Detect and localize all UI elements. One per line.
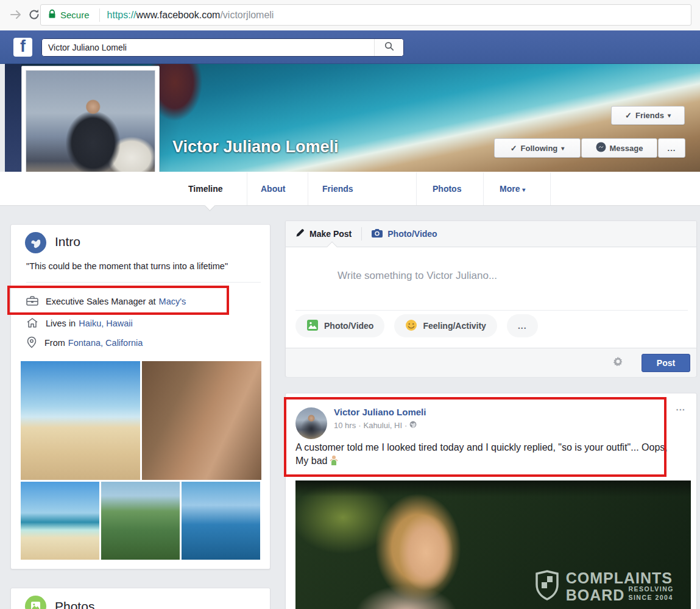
shrug-emoji-icon [329,455,339,470]
photos-section-title: Photos [55,599,94,609]
lock-icon [48,9,56,21]
lives-link[interactable]: Haiku, Hawaii [79,319,133,328]
photo-video-button[interactable]: Photo/Video [295,314,384,337]
tab-friends[interactable]: Friends [322,184,353,194]
messenger-icon [596,142,606,154]
composer-footer: Post [286,348,696,377]
sidebar-photo-shore[interactable] [21,482,99,560]
watermark: COMPLAINTS BOARD RESOLVING SINCE 2004 [534,570,674,603]
watermark-line2: BOARD [566,588,625,602]
tab-divider [247,172,247,205]
feeling-activity-label: Feeling/Activity [423,321,486,331]
post-time[interactable]: 10 hrs [334,421,356,430]
check-icon: ✓ [625,111,632,120]
tab-photo-video[interactable]: Photo/Video [362,228,447,239]
lives-text: Lives in [46,319,76,328]
url-path: /victorjlomeli [220,10,274,21]
watermark-sub1: RESOLVING [628,585,674,594]
photo-icon [306,319,319,333]
facebook-header: f Home [0,30,700,64]
divider [26,282,261,283]
url-divider [99,9,100,22]
following-button-label: Following [521,144,558,153]
post: Victor Juliano Lomeli 10 hrs · Kahului, … [285,393,697,609]
watermark-line1: COMPLAINTS [566,571,674,585]
intro-quote: "This could be the moment that turns int… [26,261,261,271]
privacy-globe-icon [409,421,417,430]
message-button[interactable]: Message [581,138,657,158]
briefcase-icon [26,295,38,308]
forward-arrow-icon[interactable] [7,6,24,23]
search-bar [41,38,404,57]
post-author-link[interactable]: Victor Juliano Lomeli [334,407,426,417]
photos-card: Photos [10,588,270,609]
tab-divider [308,172,308,205]
smiley-icon [405,319,417,333]
check-icon: ✓ [511,144,517,153]
composer-tabs: Make Post Photo/Video [286,221,696,247]
sidebar-photo-valley[interactable] [101,482,180,560]
tab-divider [550,172,551,205]
sidebar-photo-ocean[interactable] [182,482,260,560]
work-link[interactable]: Macy's [159,297,186,306]
chevron-down-icon: ▾ [668,112,671,119]
intro-card: Intro "This could be the moment that tur… [10,224,270,569]
intro-title: Intro [55,234,80,249]
friends-button-label: Friends [635,111,664,120]
chevron-down-icon: ▾ [561,145,564,152]
address-bar[interactable]: Secure https://www.facebook.com/victorjl… [40,4,691,26]
intro-lives-row: Lives in Haiku, Hawaii [26,316,264,331]
search-button[interactable] [374,39,403,56]
browser-toolbar: Secure https://www.facebook.com/victorjl… [0,0,700,30]
intro-from-row: From Fontana, California [26,336,264,350]
cover-photo-edge [5,64,21,172]
photo-video-tab-label: Photo/Video [387,229,437,239]
watermark-sub2: SINCE 2004 [628,594,674,602]
following-button[interactable]: ✓ Following ▾ [494,138,581,158]
url-scheme: https:// [107,10,136,21]
shield-icon [534,570,560,603]
home-icon [26,317,38,330]
search-input[interactable] [42,39,374,56]
photos-icon [25,596,46,609]
search-icon [384,41,394,54]
tab-photos[interactable]: Photos [433,184,461,194]
make-post-label: Make Post [309,229,352,239]
globe-icon [25,232,46,253]
from-text: From [44,338,65,348]
tab-divider [483,172,484,205]
friends-button[interactable]: ✓ Friends ▾ [611,106,685,125]
tab-make-post[interactable]: Make Post [286,228,361,239]
sidebar-photo-selfie[interactable] [142,361,261,480]
post-options-button[interactable]: ... [676,402,685,412]
gear-icon[interactable] [613,356,623,369]
post-image[interactable]: COMPLAINTS BOARD RESOLVING SINCE 2004 [295,481,691,609]
composer-more-button[interactable]: ... [507,314,538,337]
intro-work-row: Executive Sales Manager at Macy's [26,294,264,309]
camera-icon [372,228,383,239]
chevron-down-icon: ▾ [522,186,525,193]
tab-timeline[interactable]: Timeline [188,184,223,194]
meta-separator: · [405,421,407,430]
tab-about[interactable]: About [261,184,285,194]
post-author-avatar[interactable] [295,407,327,439]
post-meta: 10 hrs · Kahului, HI · [334,421,417,430]
divider [295,310,688,311]
work-text: Executive Sales Manager at [46,297,156,306]
composer-input[interactable]: Write something to Victor Juliano... [338,270,497,282]
tab-more[interactable]: More ▾ [500,184,525,194]
post-button[interactable]: Post [642,354,690,372]
post-location[interactable]: Kahului, HI [363,421,402,430]
post-text-content: A customer told me I looked tired today … [295,442,668,466]
pencil-icon [295,228,305,239]
secure-badge: Secure [60,10,90,20]
profile-name: Victor Juliano Lomeli [172,138,339,157]
post-text: A customer told me I looked tired today … [295,441,670,470]
more-options-button[interactable]: ... [658,138,685,158]
facebook-logo[interactable]: f [13,38,32,57]
meta-separator: · [358,421,361,430]
feeling-activity-button[interactable]: Feeling/Activity [394,314,497,337]
from-link[interactable]: Fontana, California [68,338,143,348]
post-composer: Make Post Photo/Video Write something to… [285,220,697,376]
sidebar-photo-beach[interactable] [21,361,140,480]
